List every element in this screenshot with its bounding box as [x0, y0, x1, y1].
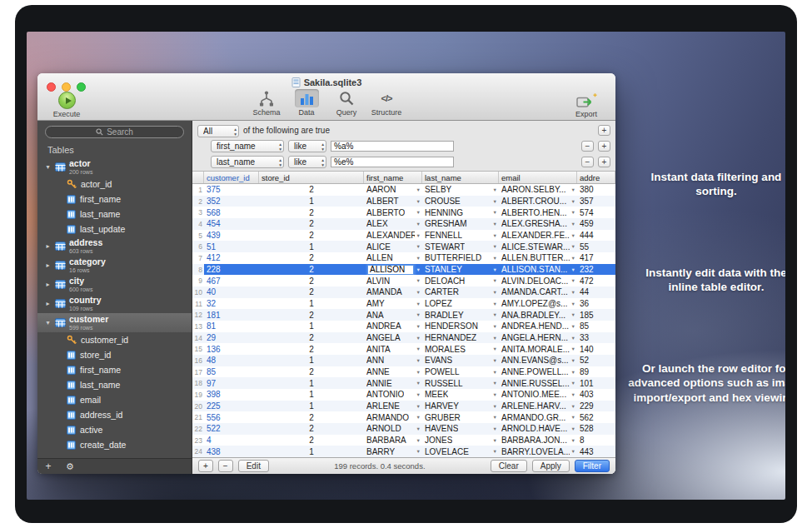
cell-customer_id[interactable]: 467: [204, 275, 259, 286]
cell-customer_id[interactable]: 568: [204, 207, 259, 218]
cell-first_name[interactable]: ARLENE▼: [364, 401, 422, 412]
cell-store_id[interactable]: 1: [259, 196, 364, 207]
sidebar-field-first_name[interactable]: first_name: [37, 362, 192, 377]
cell-address_id[interactable]: 562: [577, 411, 615, 423]
cell-last_name[interactable]: RUSSELL▼: [422, 377, 499, 389]
sidebar-field-first_name[interactable]: first_name: [37, 192, 192, 207]
cell-email[interactable]: BARRY.LOVELA...▼: [499, 446, 577, 457]
cell-address_id[interactable]: 232: [577, 264, 615, 276]
cell-store_id[interactable]: 2: [259, 252, 364, 264]
cell-email[interactable]: ALEXANDER.FE...▼: [499, 230, 577, 242]
cell-email[interactable]: ALBERT.CROU...▼: [499, 196, 577, 207]
cell-last_name[interactable]: DELOACH▼: [422, 275, 499, 286]
cell-customer_id[interactable]: 454: [204, 218, 259, 230]
cell-first_name[interactable]: ANA▼: [364, 309, 422, 321]
cell-store_id[interactable]: 2: [259, 184, 364, 196]
cell-address_id[interactable]: 44: [577, 286, 615, 298]
cell-store_id[interactable]: 1: [259, 321, 364, 332]
cell-customer_id[interactable]: 522: [204, 423, 259, 435]
sidebar-table-customer[interactable]: ▾customer599 rows: [37, 313, 192, 332]
cell-customer_id[interactable]: 352: [204, 196, 259, 207]
toolbar-tab-query[interactable]: Query: [327, 89, 366, 117]
cell-customer_id[interactable]: 85: [204, 366, 259, 378]
sidebar-table-actor[interactable]: ▾actor200 rows: [37, 157, 192, 177]
cell-customer_id[interactable]: 181: [204, 309, 259, 321]
cell-last_name[interactable]: CARTER▼: [422, 286, 499, 298]
table-row-18[interactable]: 18971ANNIE▼RUSSELL▼ANNIE.RUSSEL...▼101: [192, 377, 615, 389]
cell-last_name[interactable]: BRADLEY▼: [422, 309, 499, 321]
cell-first_name[interactable]: ARNOLD▼: [364, 423, 422, 435]
remove-row-button[interactable]: −: [218, 460, 233, 472]
cell-customer_id[interactable]: 29: [204, 332, 259, 344]
cell-address_id[interactable]: 52: [577, 355, 615, 366]
cell-first_name[interactable]: ANITA▼: [364, 343, 422, 355]
cell-last_name[interactable]: FENNELL▼: [422, 230, 499, 242]
cell-store_id[interactable]: 2: [259, 435, 364, 446]
cell-store_id[interactable]: 1: [259, 241, 364, 252]
table-row-13[interactable]: 13811ANDREA▼HENDERSON▼ANDREA.HEND...▼85: [192, 321, 615, 332]
cell-last_name[interactable]: HERNANDEZ▼: [422, 332, 499, 344]
cell-address_id[interactable]: 33: [577, 332, 615, 344]
cell-customer_id[interactable]: 32: [204, 298, 259, 310]
add-rule-button[interactable]: +: [598, 157, 610, 167]
cell-last_name[interactable]: HENNING▼: [422, 207, 499, 218]
cell-email[interactable]: AMY.LOPEZ@s...▼: [499, 298, 577, 310]
sidebar-field-customer_id[interactable]: customer_id: [37, 332, 192, 347]
cell-last_name[interactable]: LOVELACE▼: [422, 446, 499, 457]
cell-email[interactable]: ALEX.GRESHA...▼: [499, 218, 577, 230]
cell-customer_id[interactable]: 556: [204, 411, 259, 423]
cell-address_id[interactable]: 380: [577, 184, 615, 196]
cell-address_id[interactable]: 403: [577, 389, 615, 401]
cell-first_name[interactable]: ALICE▼: [364, 241, 422, 252]
cell-first_name[interactable]: ANTONIO▼: [364, 389, 422, 401]
toolbar-tab-schema[interactable]: Schema: [247, 89, 286, 117]
table-row-24[interactable]: 244381BARRY▼LOVELACE▼BARRY.LOVELA...▼443: [192, 446, 615, 457]
cell-last_name[interactable]: HARVEY▼: [422, 401, 499, 412]
cell-first_name[interactable]: ANNE▼: [364, 366, 422, 378]
table-row-9[interactable]: 94672ALVIN▼DELOACH▼ALVIN.DELOAC...▼472: [192, 275, 615, 286]
rule-value-input[interactable]: %e%: [331, 157, 454, 167]
cell-email[interactable]: ALBERTO.HEN...▼: [499, 207, 577, 218]
table-row-21[interactable]: 215562ARMANDO▼GRUBER▼ARMANDO.GR...▼562: [192, 411, 615, 423]
cell-first_name[interactable]: ALVIN▼: [364, 275, 422, 286]
remove-rule-button[interactable]: −: [581, 157, 594, 167]
cell-address_id[interactable]: 472: [577, 275, 615, 286]
cell-store_id[interactable]: 1: [259, 446, 364, 457]
add-table-button[interactable]: +: [37, 459, 59, 474]
table-row-17[interactable]: 17852ANNE▼POWELL▼ANNE.POWELL...▼89: [192, 366, 615, 378]
execute-button[interactable]: Execute: [47, 91, 86, 118]
table-row-5[interactable]: 54392ALEXANDER▼FENNELL▼ALEXANDER.FE...▼4…: [192, 230, 615, 242]
cell-first_name[interactable]: ALEXANDER▼: [364, 230, 422, 242]
remove-rule-button[interactable]: −: [581, 141, 594, 152]
sidebar-field-last_name[interactable]: last_name: [37, 377, 192, 392]
cell-store_id[interactable]: 1: [259, 377, 364, 389]
cell-email[interactable]: ANGELA.HERN...▼: [499, 332, 577, 344]
cell-address_id[interactable]: 459: [577, 218, 615, 230]
cell-address_id[interactable]: 101: [577, 377, 615, 389]
cell-store_id[interactable]: 1: [259, 401, 364, 412]
cell-first_name[interactable]: ALLEN▼: [364, 252, 422, 264]
cell-first_name[interactable]: ANNIE▼: [364, 377, 422, 389]
rule-field-popup[interactable]: first_name▴▾: [211, 140, 284, 152]
sidebar-table-country[interactable]: ▸country109 rows: [37, 294, 192, 313]
cell-customer_id[interactable]: 48: [204, 355, 259, 366]
cell-store_id[interactable]: 2: [259, 264, 364, 276]
sidebar-table-city[interactable]: ▸city600 rows: [37, 275, 192, 294]
cell-email[interactable]: ANNIE.RUSSEL...▼: [499, 377, 577, 389]
column-header-addre[interactable]: addre: [577, 172, 615, 183]
cell-last_name[interactable]: HAVENS▼: [422, 423, 499, 435]
cell-customer_id[interactable]: 136: [204, 343, 259, 355]
table-row-6[interactable]: 6511ALICE▼STEWART▼ALICE.STEWAR...▼55: [192, 241, 615, 252]
cell-store_id[interactable]: 2: [259, 332, 364, 344]
cell-address_id[interactable]: 89: [577, 366, 615, 378]
cell-address_id[interactable]: 85: [577, 321, 615, 332]
toolbar-tab-structure[interactable]: </> Structure: [367, 89, 406, 117]
search-input[interactable]: Search: [45, 126, 184, 138]
table-row-14[interactable]: 14292ANGELA▼HERNANDEZ▼ANGELA.HERN...▼33: [192, 332, 615, 344]
table-row-10[interactable]: 10402AMANDA▼CARTER▼AMANDA.CART...▼44: [192, 286, 615, 298]
add-row-button[interactable]: +: [198, 460, 213, 472]
gear-icon[interactable]: ⚙: [59, 459, 81, 474]
sidebar-table-address[interactable]: ▸address603 rows: [37, 237, 192, 256]
cell-last_name[interactable]: LOPEZ▼: [422, 298, 499, 310]
table-row-3[interactable]: 35682ALBERTO▼HENNING▼ALBERTO.HEN...▼574: [192, 207, 615, 218]
